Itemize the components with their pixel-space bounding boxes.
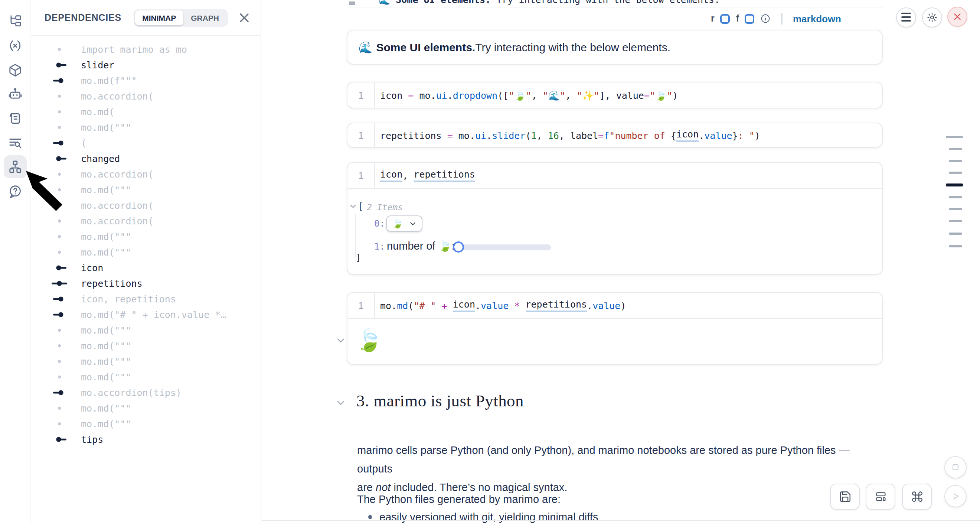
minimap-item[interactable]: mo.accordion( bbox=[31, 88, 261, 104]
code-token: { bbox=[671, 130, 676, 141]
code-line[interactable]: icon = mo.ui.dropdown(["🍃", "🌊", "✨"], v… bbox=[374, 83, 882, 108]
code-token: , bbox=[565, 89, 576, 100]
code-token: "🌊" bbox=[543, 89, 565, 100]
scroll-mark[interactable] bbox=[949, 245, 962, 247]
minimap-item[interactable]: mo.md(""" bbox=[31, 354, 261, 369]
section-collapse-chevron[interactable] bbox=[336, 397, 346, 408]
minimap-item[interactable]: mo.md(""" bbox=[31, 120, 261, 135]
slider-knob[interactable] bbox=[453, 241, 464, 253]
run-button[interactable] bbox=[944, 485, 967, 507]
line-number: 1 bbox=[347, 123, 374, 147]
language-indicator[interactable]: markdown bbox=[793, 13, 841, 24]
scroll-mark[interactable] bbox=[949, 220, 962, 222]
minimap-item-label: mo.md(""" bbox=[81, 247, 131, 258]
sidebar-item-logs[interactable] bbox=[4, 107, 27, 130]
minimap-item[interactable]: icon bbox=[31, 260, 261, 276]
shutdown-button[interactable] bbox=[947, 6, 967, 26]
list-item: easily versioned with git, yielding mini… bbox=[368, 511, 598, 523]
minimap-item[interactable]: mo.accordion(tips) bbox=[31, 385, 261, 400]
dropdown-control[interactable]: 🍃 bbox=[386, 215, 422, 232]
sidebar-item-dependencies[interactable] bbox=[4, 155, 27, 178]
code-cell-md-expression[interactable]: 1 mo.md("# " + icon.value * repetitions.… bbox=[347, 292, 883, 365]
minimap-item[interactable]: mo.accordion( bbox=[31, 166, 261, 182]
minimap-item[interactable]: mo.md(""" bbox=[31, 369, 261, 385]
tab-graph[interactable]: GRAPH bbox=[183, 10, 226, 25]
markdown-output-cell[interactable]: 🌊 Some UI elements. Try interacting with… bbox=[347, 30, 883, 65]
minimap-item[interactable]: mo.md("# " + icon.value *… bbox=[31, 307, 261, 322]
minimap-item[interactable]: tips bbox=[31, 432, 261, 447]
code-line[interactable]: repetitions = mo.ui.slider(1, 16, label=… bbox=[374, 123, 882, 147]
scroll-mark[interactable] bbox=[949, 147, 962, 150]
def-marker-icon bbox=[49, 432, 71, 447]
save-notebook-button[interactable] bbox=[830, 484, 860, 510]
code-line[interactable]: mo.md("# " + icon.value * repetitions.va… bbox=[374, 293, 882, 318]
code-token: 16 bbox=[548, 130, 559, 141]
minimap-item[interactable]: mo.md(""" bbox=[31, 400, 261, 416]
notebook-menu-button[interactable] bbox=[896, 7, 916, 27]
code-token: value bbox=[616, 89, 644, 100]
code-cell-slider[interactable]: 1 repetitions = mo.ui.slider(1, 16, labe… bbox=[347, 123, 883, 148]
scroll-mark[interactable] bbox=[949, 208, 962, 210]
stop-button[interactable] bbox=[944, 456, 967, 478]
code-token: ui bbox=[436, 89, 447, 100]
close-panel-button[interactable] bbox=[237, 10, 252, 25]
paragraph-1: marimo cells parse Python (and only Pyth… bbox=[357, 441, 877, 497]
scroll-mark[interactable] bbox=[949, 171, 962, 174]
minimap-item[interactable]: icon, repetitions bbox=[31, 291, 261, 307]
minimap-item[interactable]: mo.accordion( bbox=[31, 198, 261, 213]
minimap-item[interactable]: changed bbox=[31, 151, 261, 166]
code-token: , bbox=[537, 130, 548, 141]
sidebar-item-packages[interactable] bbox=[4, 59, 27, 82]
tree-collapse-chevron[interactable] bbox=[349, 202, 357, 210]
minimap-item[interactable]: mo.md(f""" bbox=[31, 73, 261, 88]
tree-index-0: 0: bbox=[374, 218, 385, 229]
scroll-mark[interactable] bbox=[949, 196, 962, 198]
scroll-mark[interactable] bbox=[946, 136, 963, 138]
both-marker-icon bbox=[49, 276, 71, 291]
settings-button[interactable] bbox=[922, 7, 942, 27]
code-line[interactable]: icon, repetitions bbox=[374, 163, 882, 188]
minimap-item[interactable]: mo.md(""" bbox=[31, 229, 261, 244]
minimap-item[interactable]: mo.accordion( bbox=[31, 213, 261, 229]
minimap-item[interactable]: mo.md(""" bbox=[31, 322, 261, 338]
ref-marker-icon bbox=[49, 73, 71, 88]
minimap-item-label: mo.md( bbox=[81, 106, 115, 117]
f-string-checkbox[interactable] bbox=[745, 14, 755, 23]
ref-marker-icon bbox=[49, 307, 71, 322]
minimap-item[interactable]: mo.md(""" bbox=[31, 244, 261, 260]
minimap-item[interactable]: mo.md(""" bbox=[31, 182, 261, 198]
minimap-item[interactable]: mo.md(""" bbox=[31, 416, 261, 432]
sidebar-item-ai-assistant[interactable] bbox=[4, 83, 27, 105]
clipped-markdown-editor[interactable]: 🌊 Some UI elements. Try interacting with… bbox=[347, 0, 883, 8]
sidebar-item-outline-search[interactable] bbox=[4, 131, 27, 155]
code-token: = bbox=[644, 89, 650, 100]
code-token bbox=[436, 300, 442, 311]
play-icon bbox=[950, 490, 961, 502]
sidebar-item-file-tree[interactable] bbox=[4, 10, 27, 33]
slider-track[interactable] bbox=[453, 244, 551, 250]
sidebar-item-variables[interactable] bbox=[4, 34, 27, 57]
minimap-item-label: mo.accordion( bbox=[81, 200, 154, 211]
minimap-item[interactable]: import marimo as mo bbox=[31, 41, 261, 57]
code-token: md bbox=[397, 300, 408, 311]
sidebar-item-help[interactable] bbox=[4, 180, 27, 203]
scroll-mark[interactable] bbox=[949, 159, 962, 161]
info-icon[interactable] bbox=[760, 13, 771, 24]
minimap-item[interactable]: mo.md( bbox=[31, 104, 261, 120]
minimap-item[interactable]: ( bbox=[31, 135, 261, 151]
code-cell-tuple[interactable]: 1 icon, repetitions [ 2 Items 0: 🍃 1: nu… bbox=[347, 162, 883, 275]
minimap-item[interactable]: repetitions bbox=[31, 276, 261, 291]
minimap-item[interactable]: slider bbox=[31, 57, 261, 73]
keyboard-shortcuts-button[interactable] bbox=[902, 484, 932, 510]
code-cell-dropdown[interactable]: 1 icon = mo.ui.dropdown(["🍃", "🌊", "✨"],… bbox=[347, 82, 883, 108]
scroll-mark-active[interactable] bbox=[946, 183, 963, 186]
output-collapse-chevron[interactable] bbox=[336, 335, 346, 346]
raw-string-checkbox[interactable] bbox=[721, 14, 730, 23]
code-token: , bbox=[531, 89, 543, 100]
scroll-mark[interactable] bbox=[949, 232, 962, 234]
layout-toggle-button[interactable] bbox=[865, 484, 896, 510]
tab-minimap[interactable]: MINIMAP bbox=[135, 10, 183, 25]
code-token: . bbox=[447, 89, 453, 100]
minimap-item[interactable]: mo.md(""" bbox=[31, 338, 261, 354]
code-token: ) bbox=[620, 300, 626, 311]
